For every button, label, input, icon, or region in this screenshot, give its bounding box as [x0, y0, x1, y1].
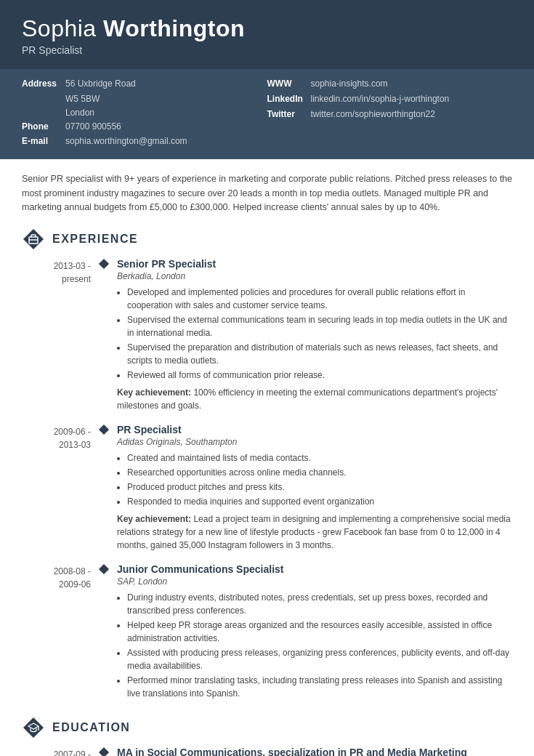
phone-label: Phone	[22, 121, 65, 133]
bullet-item: Reviewed all forms of communication prio…	[127, 369, 512, 382]
bullet-item: Supervised the external communications t…	[127, 313, 512, 339]
entry-2-content: PR Specialist Adidas Originals, Southamp…	[110, 424, 512, 552]
linkedin-row: LinkedIn linkedin.com/in/sophia-j-worthi…	[267, 93, 513, 105]
entry-1-bullets: Developed and implemented policies and p…	[117, 286, 512, 382]
candidate-name: Sophia Worthington	[22, 16, 512, 41]
edu-1-title: MA in Social Communications, specializat…	[117, 747, 512, 756]
first-name: Sophia	[22, 15, 103, 41]
experience-icon	[22, 228, 45, 251]
header: Sophia Worthington PR Specialist	[0, 0, 534, 69]
entry-2-bullets: Created and maintained lists of media co…	[117, 451, 512, 508]
entry-3-diamond	[98, 563, 110, 704]
diamond-icon	[99, 259, 109, 269]
entry-2-company: Adidas Originals, Southampton	[117, 437, 512, 447]
education-section: EDUCATION 2007-09 - 2008-07 MA in Social…	[22, 716, 512, 756]
summary-text: Senior PR specialist with 9+ years of ex…	[22, 172, 512, 214]
bullet-item: Responded to media inquiries and support…	[127, 495, 512, 508]
twitter-row: Twitter twitter.com/sophieworthington22	[267, 108, 513, 121]
address-line3: London	[22, 107, 267, 119]
education-header: EDUCATION	[22, 716, 512, 739]
bullet-item: Researched opportunities across online m…	[127, 466, 512, 479]
entry-2-title: PR Specialist	[117, 424, 512, 435]
email-row: E-mail sophia.worthington@gmail.com	[22, 135, 267, 148]
entry-1-diamond	[98, 258, 110, 412]
entry-1-title: Senior PR Specialist	[117, 258, 512, 270]
diamond-icon	[99, 564, 109, 574]
phone-value: 07700 900556	[65, 121, 121, 133]
experience-entry-2: 2009-06 - 2013-03 PR Specialist Adidas O…	[22, 424, 512, 552]
entry-1-content: Senior PR Specialist Berkadia, London De…	[110, 258, 512, 412]
job-title: PR Specialist	[22, 44, 512, 56]
entry-1-company: Berkadia, London	[117, 271, 512, 281]
bullet-item: During industry events, distributed note…	[127, 591, 512, 617]
svg-marker-3	[23, 717, 44, 738]
www-row: WWW sophia-insights.com	[267, 78, 513, 90]
bullet-item: Produced product pitches and press kits.	[127, 480, 512, 494]
entry-1-achievement: Key achievement: 100% efficiency in meet…	[117, 386, 512, 412]
address-row: Address 56 Uxbridge Road	[22, 78, 267, 90]
www-value: sophia-insights.com	[311, 78, 388, 90]
experience-section: EXPERIENCE 2013-03 - present Senior PR S…	[22, 228, 512, 704]
entry-3-title: Junior Communications Specialist	[117, 563, 512, 575]
experience-title: EXPERIENCE	[52, 233, 138, 246]
experience-entry-3: 2008-08 - 2009-06 Junior Communications …	[22, 563, 512, 704]
education-title: EDUCATION	[52, 721, 130, 734]
entry-3-dates: 2008-08 - 2009-06	[22, 563, 98, 704]
email-label: E-mail	[22, 135, 65, 148]
entry-1-dates: 2013-03 - present	[22, 258, 98, 412]
diamond-icon	[99, 425, 109, 435]
edu-1-diamond	[98, 747, 110, 756]
entry-3-content: Junior Communications Specialist SAP, Lo…	[110, 563, 512, 704]
bullet-item: Assisted with producing press releases, …	[127, 646, 512, 672]
address-line2: W5 5BW	[22, 93, 267, 105]
entry-2-achievement: Key achievement: Lead a project team in …	[117, 512, 512, 552]
entry-3-company: SAP, London	[117, 576, 512, 587]
bullet-item: Developed and implemented policies and p…	[127, 286, 512, 312]
contact-bar: Address 56 Uxbridge Road W5 5BW London P…	[0, 69, 534, 159]
edu-1-content: MA in Social Communications, specializat…	[110, 747, 512, 756]
bullet-item: Created and maintained lists of media co…	[127, 451, 512, 465]
svg-marker-0	[23, 229, 44, 249]
twitter-label: Twitter	[267, 108, 311, 121]
last-name: Worthington	[103, 15, 245, 41]
twitter-value: twitter.com/sophieworthington22	[311, 108, 435, 121]
contact-right: WWW sophia-insights.com LinkedIn linkedi…	[267, 78, 513, 150]
edu-1-dates: 2007-09 - 2008-07	[22, 747, 98, 756]
email-value: sophia.worthington@gmail.com	[65, 135, 187, 148]
www-label: WWW	[267, 78, 311, 90]
linkedin-value: linkedin.com/in/sophia-j-worthington	[311, 93, 450, 105]
contact-left: Address 56 Uxbridge Road W5 5BW London P…	[22, 78, 267, 150]
address-line1: 56 Uxbridge Road	[65, 78, 136, 90]
bullet-item: Helped keep PR storage areas organized a…	[127, 619, 512, 645]
entry-3-bullets: During industry events, distributed note…	[117, 591, 512, 700]
bullet-item: Performed minor translating tasks, inclu…	[127, 674, 512, 700]
education-entry-1: 2007-09 - 2008-07 MA in Social Communica…	[22, 747, 512, 756]
entry-2-dates: 2009-06 - 2013-03	[22, 424, 98, 552]
education-icon	[22, 716, 45, 739]
entry-2-diamond	[98, 424, 110, 552]
main-content: Senior PR specialist with 9+ years of ex…	[0, 159, 534, 756]
experience-header: EXPERIENCE	[22, 228, 512, 251]
diamond-icon	[99, 747, 109, 756]
experience-entry-1: 2013-03 - present Senior PR Specialist B…	[22, 258, 512, 412]
bullet-item: Supervised the preparation and distribut…	[127, 341, 512, 367]
address-label: Address	[22, 78, 65, 90]
linkedin-label: LinkedIn	[267, 93, 311, 105]
phone-row: Phone 07700 900556	[22, 121, 267, 133]
